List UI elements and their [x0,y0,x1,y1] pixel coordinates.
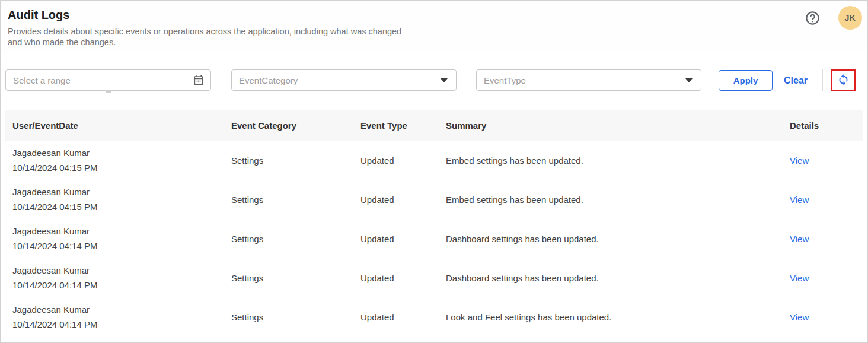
avatar-initials: JK [845,13,856,23]
cell-user-eventdate: Jagadeesan Kumar 10/14/2024 04:14 PM [5,302,231,332]
page-header: Audit Logs Provides details about specif… [1,1,867,53]
row-user-name: Jagadeesan Kumar [12,185,231,199]
column-header-event-category: Event Category [231,120,360,131]
cell-summary: Embed settings has been updated. [446,155,790,166]
question-circle-icon [805,19,821,28]
refresh-button[interactable] [837,74,850,88]
cell-event-category: Settings [231,234,360,244]
clear-button[interactable]: Clear [784,70,808,91]
apply-button[interactable]: Apply [719,70,773,91]
toolbar-divider [822,69,823,91]
cell-user-eventdate: Jagadeesan Kumar 10/14/2024 04:14 PM [5,263,231,293]
cell-details: View [790,273,863,283]
page-subtitle: Provides details about specific events o… [8,26,416,47]
row-event-date: 10/14/2024 04:14 PM [12,239,231,253]
row-user-name: Jagadeesan Kumar [12,145,231,160]
chevron-down-icon[interactable] [685,78,693,82]
cell-event-category: Settings [231,155,360,166]
table-row: Jagadeesan Kumar 10/14/2024 04:15 PM Set… [5,180,863,219]
refresh-click-highlight [831,69,856,91]
view-details-link[interactable]: View [790,195,809,205]
refresh-sync-icon [837,74,850,88]
event-type-dropdown[interactable] [476,69,701,91]
row-user-name: Jagadeesan Kumar [12,224,231,239]
cell-details: View [790,312,863,322]
cell-summary: Dashboard settings has been updated. [446,273,790,283]
row-user-name: Jagadeesan Kumar [12,263,231,278]
column-header-event-type: Event Type [360,120,446,131]
table-row: Jagadeesan Kumar 10/14/2024 04:14 PM Set… [5,258,863,297]
table-row: Jagadeesan Kumar 10/14/2024 04:14 PM Set… [5,297,863,336]
cell-details: View [790,155,863,166]
event-category-dropdown[interactable] [231,69,457,91]
table-body: Jagadeesan Kumar 10/14/2024 04:15 PM Set… [5,141,863,336]
cell-details: View [790,234,863,244]
cell-event-type: Updated [360,312,446,322]
cell-summary: Dashboard settings has been updated. [446,234,790,244]
cell-event-type: Updated [360,195,446,205]
page-title: Audit Logs [8,8,69,22]
event-category-input[interactable] [232,70,441,90]
cell-event-type: Updated [360,273,446,283]
date-range-input[interactable] [6,70,193,90]
row-event-date: 10/14/2024 04:15 PM [12,199,231,214]
cell-event-type: Updated [360,155,446,166]
table-row: Jagadeesan Kumar 10/14/2024 04:15 PM Set… [5,141,863,180]
date-range-field[interactable] [5,69,211,91]
calendar-icon[interactable] [193,74,210,86]
view-details-link[interactable]: View [790,155,809,166]
view-details-link[interactable]: View [790,312,809,322]
row-event-date: 10/14/2024 04:14 PM [12,278,231,293]
cell-summary: Look and Feel settings has been updated. [446,312,790,322]
user-avatar[interactable]: JK [838,6,862,30]
table-row: Jagadeesan Kumar 10/14/2024 04:14 PM Set… [5,219,863,258]
row-user-name: Jagadeesan Kumar [12,302,231,317]
cell-details: View [790,195,863,205]
audit-log-table: User/EventDate Event Category Event Type… [5,110,863,336]
cell-user-eventdate: Jagadeesan Kumar 10/14/2024 04:14 PM [5,224,231,253]
cell-summary: Embed settings has been updated. [446,195,790,205]
help-button[interactable] [804,10,821,27]
view-details-link[interactable]: View [790,273,809,283]
column-header-user-eventdate: User/EventDate [5,120,231,131]
date-field-notch [106,90,111,93]
audit-logs-page: { "header": { "title": "Audit Logs", "su… [0,0,868,343]
column-header-summary: Summary [446,120,790,131]
view-details-link[interactable]: View [790,234,809,244]
cell-event-category: Settings [231,195,360,205]
event-type-input[interactable] [477,70,685,90]
cell-event-category: Settings [231,312,360,322]
chevron-down-icon[interactable] [441,78,448,82]
column-header-details: Details [790,120,863,131]
table-header-row: User/EventDate Event Category Event Type… [5,110,863,141]
row-event-date: 10/14/2024 04:14 PM [12,317,231,332]
cell-event-type: Updated [360,234,446,244]
cell-event-category: Settings [231,273,360,283]
cell-user-eventdate: Jagadeesan Kumar 10/14/2024 04:15 PM [5,185,231,214]
cell-user-eventdate: Jagadeesan Kumar 10/14/2024 04:15 PM [5,145,231,175]
row-event-date: 10/14/2024 04:15 PM [12,160,231,175]
